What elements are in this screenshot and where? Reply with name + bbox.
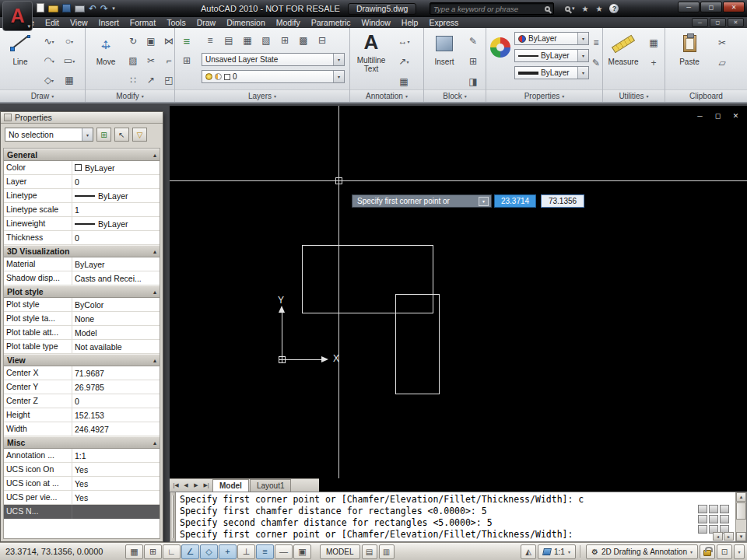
lineweight-toggle[interactable]: ― — [275, 544, 293, 559]
panel-label-layers[interactable]: Layers▾ — [175, 89, 349, 102]
id-point-button[interactable]: + — [645, 54, 662, 72]
search-input[interactable] — [433, 5, 545, 13]
layer-tool-5[interactable]: ⊞ — [276, 32, 293, 49]
viewport-restore-button[interactable]: ◻ — [713, 112, 723, 120]
chevron-down-icon[interactable]: ▾ — [82, 128, 93, 141]
section-3d-visualization[interactable]: 3D Visualization▴ — [4, 245, 160, 257]
menu-tools[interactable]: Tools — [161, 17, 191, 28]
dynamic-input-toggle[interactable]: ≡ — [256, 544, 274, 559]
tab-layout1[interactable]: Layout1 — [250, 479, 292, 492]
create-block-button[interactable]: ⊞ — [465, 53, 482, 70]
dynamic-input-y-field[interactable]: 73.1356 — [541, 194, 584, 208]
open-file-button[interactable] — [48, 3, 58, 15]
panel-label-utilities[interactable]: Utilities▾ — [603, 89, 665, 102]
doc-minimize-button[interactable]: ─ — [692, 18, 708, 27]
polar-tracking-toggle[interactable]: ∠ — [181, 544, 199, 559]
collapse-icon[interactable]: ▴ — [153, 357, 156, 364]
snap-mode-toggle[interactable]: ▦ — [125, 544, 143, 559]
layer-tool-7[interactable]: ⊟ — [314, 32, 331, 49]
palette-title-bar[interactable]: Properties — [1, 112, 163, 124]
section-general[interactable]: General▴ — [4, 149, 160, 161]
section-misc[interactable]: Misc▴ — [4, 436, 160, 449]
collapse-icon[interactable]: ▴ — [153, 152, 156, 159]
next-tab-button[interactable]: ▶ — [191, 481, 201, 491]
toolbar-lock-button[interactable] — [700, 544, 715, 559]
dimension-button[interactable]: ↔▾ — [395, 33, 412, 50]
chevron-down-icon[interactable]: ▾ — [333, 54, 344, 65]
command-resize-grip[interactable] — [698, 505, 729, 534]
layer-tool-6[interactable]: ▩ — [295, 32, 312, 49]
rotate-button[interactable]: ↻ — [124, 33, 142, 50]
menu-parametric[interactable]: Parametric — [306, 17, 356, 28]
doc-close-button[interactable]: ✕ — [728, 18, 744, 27]
new-file-button[interactable] — [37, 3, 44, 15]
undo-button[interactable]: ↶ — [89, 4, 96, 13]
menu-help[interactable]: Help — [396, 17, 424, 28]
scroll-down-button[interactable]: ▼ — [736, 532, 746, 541]
hatch-button[interactable]: ▦ — [61, 72, 78, 89]
command-window[interactable]: Specify first corner point or [Chamfer/E… — [170, 492, 747, 542]
array-button[interactable]: ∷ — [124, 72, 142, 89]
coordinate-display[interactable]: 23.3714, 73.1356, 0.0000 — [2, 547, 125, 556]
help-button[interactable]: ? — [609, 4, 619, 13]
layer-tool-3[interactable]: ▦ — [239, 32, 256, 49]
ortho-mode-toggle[interactable]: ∟ — [163, 544, 181, 559]
chevron-down-icon[interactable]: ▾ — [577, 50, 588, 61]
menu-express[interactable]: Express — [423, 17, 464, 28]
search-topics-button[interactable]: ▾ — [565, 5, 575, 12]
plot-button[interactable] — [75, 3, 85, 15]
application-menu-button[interactable]: A ▾ — [2, 1, 33, 31]
redo-button[interactable]: ↷ — [100, 4, 108, 13]
info-center-search[interactable] — [430, 2, 554, 15]
dynamic-input-options-icon[interactable]: ▾ — [479, 197, 489, 206]
chevron-down-icon[interactable]: ▾ — [577, 67, 588, 79]
object-snap-tracking-toggle[interactable]: + — [219, 544, 237, 559]
scrollbar-thumb[interactable] — [736, 502, 746, 520]
rectangle-button[interactable]: ▭▾ — [61, 52, 78, 69]
match-properties-button[interactable]: ✎ — [591, 54, 601, 72]
layer-tool-2[interactable]: ▤ — [220, 32, 237, 49]
copy-clip-button[interactable]: ▱ — [714, 54, 731, 72]
move-button[interactable]: ↔↕ Move — [88, 31, 124, 66]
tab-model[interactable]: Model — [212, 479, 249, 492]
maximize-button[interactable]: ◻ — [700, 2, 722, 12]
quick-view-layouts-button[interactable]: ▤ — [362, 544, 377, 559]
layer-tool-4[interactable]: ▧ — [258, 32, 275, 49]
quick-calc-button[interactable]: ▦ — [645, 34, 662, 51]
object-snap-toggle[interactable]: ◇ — [200, 544, 218, 559]
model-space-button[interactable]: MODEL — [320, 544, 360, 559]
stretch-button[interactable]: ↗ — [142, 72, 160, 89]
annotation-visibility-button[interactable]: ◭ — [521, 544, 536, 559]
clean-screen-button[interactable]: ⊡ — [717, 544, 732, 559]
menu-draw[interactable]: Draw — [191, 17, 222, 28]
layer-match-button[interactable]: ⊞ — [178, 52, 195, 69]
quick-view-drawings-button[interactable]: ▥ — [379, 544, 395, 559]
last-tab-button[interactable]: ▶| — [202, 481, 211, 491]
panel-label-modify[interactable]: Modify▾ — [86, 89, 174, 102]
status-bar-menu-button[interactable]: ▾ — [734, 544, 745, 559]
linetype-dropdown[interactable]: ByLayer ▾ — [514, 49, 589, 62]
polyline-button[interactable]: ∿▾ — [40, 33, 58, 50]
collapse-icon[interactable]: ▴ — [153, 248, 156, 255]
select-objects-button[interactable]: ↖ — [114, 128, 129, 142]
measure-button[interactable]: Measure — [605, 31, 641, 66]
chevron-down-icon[interactable]: ▾ — [577, 33, 588, 44]
dynamic-ucs-toggle[interactable]: ⊥ — [237, 544, 255, 559]
menu-window[interactable]: Window — [356, 17, 395, 28]
communication-center-button[interactable]: ★ — [582, 5, 589, 13]
dynamic-input-x-field[interactable]: 23.3714 — [494, 194, 536, 208]
erase-button[interactable]: ▨ — [124, 52, 142, 69]
menu-format[interactable]: Format — [124, 17, 161, 28]
section-plot-style[interactable]: Plot style▴ — [4, 285, 160, 298]
qat-customize-button[interactable]: ▾ — [112, 5, 115, 12]
viewport-minimize-button[interactable]: ─ — [695, 112, 705, 120]
quick-select-button[interactable]: ▽ — [132, 128, 147, 142]
scroll-up-button[interactable]: ▲ — [736, 492, 746, 502]
insert-button[interactable]: Insert — [426, 31, 462, 66]
arc-button[interactable]: ◠▾ — [40, 52, 58, 69]
lineweight-dropdown[interactable]: ByLayer ▾ — [514, 66, 589, 79]
object-color-dropdown[interactable]: ByLayer ▾ — [514, 32, 589, 45]
workspace-switcher[interactable]: ⚙ 2D Drafting & Annotation ▾ — [586, 544, 698, 559]
chevron-down-icon[interactable]: ▾ — [333, 71, 344, 82]
section-view[interactable]: View▴ — [4, 354, 160, 366]
